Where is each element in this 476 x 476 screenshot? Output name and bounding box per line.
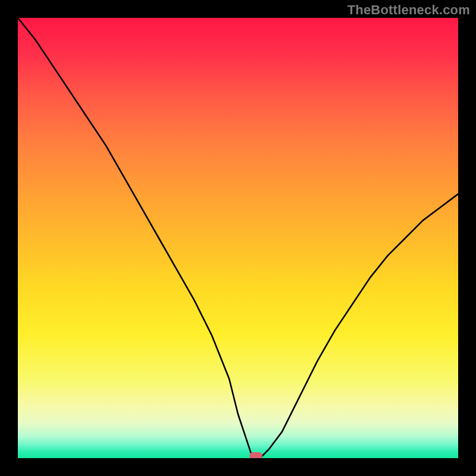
plot-area xyxy=(18,18,458,458)
bottleneck-curve xyxy=(18,18,458,458)
chart-frame: TheBottleneck.com xyxy=(0,0,476,476)
optimal-point-marker xyxy=(249,452,262,458)
watermark-text: TheBottleneck.com xyxy=(347,2,470,18)
